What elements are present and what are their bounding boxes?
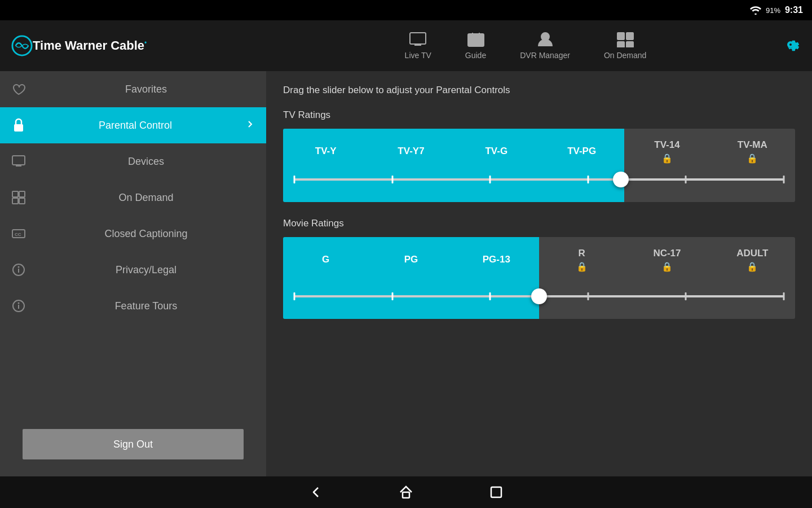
tick-4 [685, 176, 687, 183]
top-nav: Time Warner Cable • Live TV Guide [0, 20, 812, 71]
tick-1 [391, 176, 393, 183]
movie-ratings-slider-thumb[interactable] [531, 288, 547, 304]
tv-rating-tvy7: TV-Y7 [368, 129, 453, 174]
movie-tick-4 [685, 292, 687, 300]
tv-ratings-container: TV-Y TV-Y7 TV-G TV-PG TV-14 🔒 [283, 129, 795, 202]
logo-text: Time Warner Cable [33, 38, 144, 53]
parental-chevron [245, 119, 255, 132]
tv-rating-tvma: TV-MA 🔒 [710, 129, 795, 174]
sidebar-item-on-demand[interactable]: On Demand [0, 179, 266, 216]
settings-icon [780, 34, 801, 55]
svg-rect-14 [617, 42, 624, 47]
svg-rect-1 [410, 33, 426, 44]
svg-rect-33 [491, 487, 501, 497]
sidebar-item-feature-tours[interactable]: Feature Tours [0, 288, 266, 324]
tv14-lock-icon: 🔒 [661, 153, 673, 164]
sidebar-item-parental-control[interactable]: Parental Control [0, 107, 266, 143]
sidebar-item-closed-captioning[interactable]: CC Closed Captioning [0, 216, 266, 252]
movie-ratings-section: Movie Ratings G PG PG-13 R [283, 218, 795, 319]
svg-point-31 [18, 303, 20, 304]
cc-icon: CC [11, 226, 26, 241]
sidebar-item-privacy[interactable]: Privacy/Legal [0, 252, 266, 288]
nav-guide-label: Guide [465, 51, 486, 60]
movie-rating-pg: PG [368, 237, 453, 282]
svg-rect-8 [470, 40, 474, 42]
adult-lock-icon: 🔒 [747, 261, 758, 272]
time-display: 9:31 [785, 5, 803, 15]
svg-rect-32 [403, 492, 409, 498]
content-area: Drag the slider below to adjust your Par… [266, 71, 812, 476]
r-lock-icon: 🔒 [576, 261, 588, 272]
sidebar-item-favorites-label: Favorites [37, 84, 255, 95]
tv-rating-tv14: TV-14 🔒 [624, 129, 709, 174]
tvma-lock-icon: 🔒 [747, 153, 758, 164]
nav-item-dvr[interactable]: DVR Manager [520, 32, 570, 60]
main-layout: Favorites Parental Control Devices [0, 71, 812, 476]
lock-icon [11, 118, 26, 133]
tv-ratings-labels: TV-Y TV-Y7 TV-G TV-PG TV-14 🔒 [283, 129, 795, 174]
logo-area: Time Warner Cable • [11, 35, 271, 56]
nav-dvr-label: DVR Manager [520, 51, 570, 60]
wifi-icon [750, 6, 761, 15]
movie-tick-2 [489, 292, 491, 300]
parental-controls-description: Drag the slider below to adjust your Par… [283, 85, 795, 96]
movie-rating-adult: ADULT 🔒 [710, 237, 795, 282]
tick-2 [489, 176, 491, 183]
svg-rect-22 [12, 198, 18, 204]
movie-ratings-container: G PG PG-13 R 🔒 NC-17 🔒 [283, 237, 795, 319]
svg-rect-15 [626, 42, 633, 47]
status-icons: 91% 9:31 [750, 5, 803, 15]
svg-point-28 [18, 266, 20, 268]
nav-on-demand-label: On Demand [604, 51, 646, 60]
chevron-right-icon [245, 119, 255, 129]
movie-ratings-slider-track[interactable] [294, 295, 784, 297]
tick-5 [783, 176, 785, 183]
tv-ratings-slider-thumb[interactable] [613, 172, 629, 187]
tick-0 [294, 176, 295, 183]
tick-3 [587, 176, 589, 183]
tv-ratings-slider-track-area[interactable] [283, 168, 795, 191]
guide-icon [467, 32, 485, 47]
nav-item-guide[interactable]: Guide [465, 32, 486, 60]
movie-rating-pg13: PG-13 [454, 237, 539, 282]
svg-rect-12 [617, 33, 624, 40]
movie-rating-g: G [283, 237, 368, 282]
home-button[interactable] [395, 481, 417, 503]
status-bar: 91% 9:31 [0, 0, 812, 20]
settings-button[interactable] [780, 34, 801, 57]
sidebar-item-cc-label: Closed Captioning [37, 228, 255, 240]
tv-rating-tvg: TV-G [454, 129, 539, 174]
svg-rect-17 [12, 156, 25, 165]
info-icon [11, 262, 26, 277]
sidebar-item-feature-tours-label: Feature Tours [37, 300, 255, 312]
bottom-nav [0, 476, 812, 508]
movie-ratings-slider-track-area[interactable] [283, 285, 795, 308]
grid-icon [616, 32, 634, 47]
tv-rating-tvy: TV-Y [283, 129, 368, 174]
sidebar-item-parental-label: Parental Control [37, 120, 233, 132]
nav-item-live-tv[interactable]: Live TV [405, 32, 431, 60]
back-button[interactable] [304, 481, 327, 503]
recent-icon [488, 484, 504, 500]
tv-ratings-slider-track[interactable] [294, 178, 784, 181]
heart-icon [11, 82, 26, 97]
sidebar-item-devices-label: Devices [37, 156, 255, 168]
sign-out-button[interactable]: Sign Out [23, 429, 244, 459]
sidebar-spacer [0, 324, 266, 423]
svg-text:CC: CC [15, 232, 21, 237]
sidebar-item-devices[interactable]: Devices [0, 143, 266, 179]
sidebar-item-favorites[interactable]: Favorites [0, 71, 266, 107]
sidebar-item-privacy-label: Privacy/Legal [37, 264, 255, 276]
svg-rect-23 [19, 198, 25, 204]
back-icon [308, 484, 324, 500]
tv-ratings-section: TV Ratings TV-Y TV-Y7 TV-G TV-P [283, 110, 795, 202]
movie-tick-5 [783, 292, 785, 300]
svg-rect-21 [19, 191, 25, 197]
movie-tick-0 [294, 292, 295, 300]
movie-tick-1 [391, 292, 393, 300]
recent-button[interactable] [485, 481, 508, 503]
movie-rating-r: R 🔒 [539, 237, 624, 282]
nav-items: Live TV Guide DVR Manager [271, 32, 780, 60]
nav-item-on-demand[interactable]: On Demand [604, 32, 646, 60]
info2-icon [11, 299, 26, 313]
